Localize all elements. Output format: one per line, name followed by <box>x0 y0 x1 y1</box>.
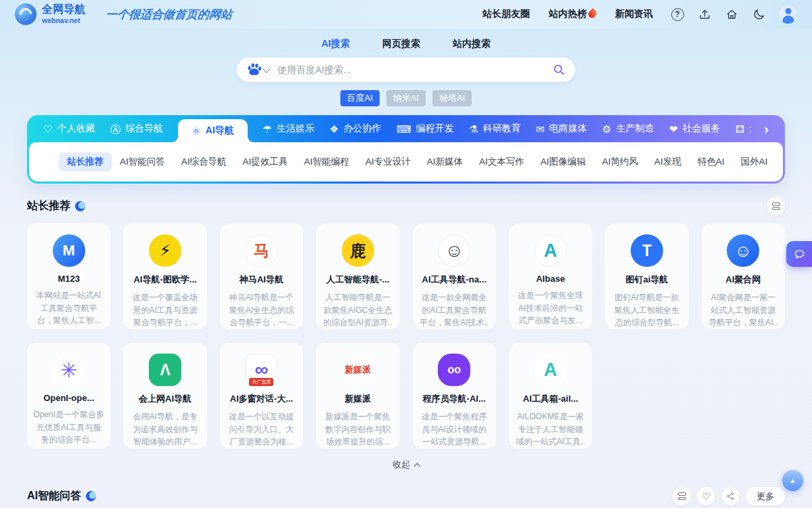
site-card-description: OpenI是一个聚合多元优质AI工具与服务的综合平台... <box>33 408 104 446</box>
search-tab[interactable]: AI搜索 <box>321 38 350 50</box>
subcategory-tab[interactable]: AI新媒体 <box>419 152 471 171</box>
slogan: 一个很适合做首页的网站 <box>105 7 233 22</box>
site-card[interactable]: ✳ OpenI-ope... OpenI是一个聚合多元优质AI工具与服务的综合平… <box>27 343 110 448</box>
site-card[interactable]: 新媒派 新媒派 新媒派是一个聚焦数字内容创作与职场效率提升的综... <box>316 343 399 448</box>
subcategory-tab[interactable]: AI综合导航 <box>173 152 235 171</box>
moon-icon <box>752 8 765 21</box>
section-visibility-icon[interactable] <box>86 491 96 501</box>
category-tab[interactable]: ⚃ : <box>736 115 752 142</box>
subcategory-tab[interactable]: AI智能编程 <box>296 152 357 171</box>
site-card-title: AI多窗对话-大... <box>226 393 297 405</box>
search-tab[interactable]: 站内搜索 <box>453 38 491 50</box>
brand-name: 全网导航 <box>42 4 85 15</box>
engine-tag[interactable]: 秘塔AI <box>432 90 472 106</box>
site-card[interactable]: ∞ 大厂宝库 AI多窗对话-大... 这是一个以互动提问引导为入口、大厂资源整合… <box>220 343 303 448</box>
subcategory-tab[interactable]: 特色AI <box>690 152 733 171</box>
site-card-title: 神马AI导航 <box>226 274 297 286</box>
site-card[interactable]: 马 神马AI导航 神马AI导航是一个聚焦AI全生态的综合导航平台，一... <box>220 224 303 329</box>
search-tabs: AI搜索 网页搜索 站内搜索 <box>0 38 812 50</box>
site-card[interactable]: T 图钉ai导航 图钉AI导航是一款聚焦人工智能全生态的综合型导航... <box>605 224 688 329</box>
collapse-button[interactable]: 收起 <box>27 459 785 471</box>
category-tab-icon: ⚛ <box>191 126 200 136</box>
user-avatar[interactable] <box>779 5 797 24</box>
subcategory-tab[interactable]: AI简约风 <box>594 152 646 171</box>
category-tab[interactable]: ⚙ 生产制造 <box>602 115 654 142</box>
site-logo: 马 <box>245 234 277 267</box>
view-switch-button[interactable] <box>767 197 785 215</box>
site-card[interactable]: ⚡ AI导航-图欧学... 这是一个覆盖全场景的AI工具与资源聚合导航平台，..… <box>123 224 206 329</box>
nav-scroll-right-icon[interactable]: › <box>764 122 769 135</box>
subcategory-tab[interactable]: AI智能问答 <box>112 152 173 171</box>
favorite-button[interactable]: ♡ <box>697 487 715 505</box>
category-tab[interactable]: ☂ 生活娱乐 <box>263 115 314 142</box>
category-tab-icon: ❤ <box>669 124 678 134</box>
home-button[interactable] <box>725 7 738 21</box>
category-tab[interactable]: ✉ 电商媒体 <box>536 115 587 142</box>
site-card-title: 新媒派 <box>322 393 393 405</box>
site-card-title: M123 <box>33 274 104 284</box>
chevron-down-icon[interactable] <box>263 65 270 72</box>
site-card-title: 程序员导航-AI... <box>419 393 490 405</box>
site-card[interactable]: oo 程序员导航-AI... 这是一个聚焦程序员与AI设计领域的一站式资源导航.… <box>413 343 496 448</box>
site-card[interactable]: 鹿 人工智能导航-... 人工智能导航是一款聚焦AIGC全生态的综合型AI资源导… <box>316 224 399 329</box>
subcategory-tab[interactable]: AI提效工具 <box>235 152 296 171</box>
site-card-title: AI聚合网 <box>708 274 779 286</box>
subcategory-tab[interactable]: 国外AI <box>732 152 775 171</box>
category-tab[interactable]: Ⓐ 综合导航 <box>110 115 163 142</box>
category-tab[interactable]: ❖ 办公协作 <box>330 115 381 142</box>
category-tab-icon: ⚙ <box>602 124 611 134</box>
site-card-title: AIbase <box>515 274 586 284</box>
engine-tag[interactable]: 纳米AI <box>386 90 426 106</box>
top-link[interactable]: 站长朋友圈 <box>482 8 530 20</box>
baidu-logo-icon[interactable] <box>246 62 263 78</box>
site-card-description: 这是一个覆盖全场景的AI工具与资源聚合导航平台，... <box>129 291 200 329</box>
subcategory-tab[interactable]: AI专业设计 <box>357 152 419 171</box>
search-section: AI搜索 网页搜索 站内搜索 百度AI 纳米AI 秘塔AI <box>0 28 812 106</box>
site-card[interactable]: A AIbase 这是一个聚焦全球AI技术前沿的一站式产品聚合与发... <box>509 224 592 329</box>
site-card-description: 图钉AI导航是一款聚焦人工智能全生态的综合型导航... <box>611 291 682 329</box>
top-link[interactable]: 站内热榜 <box>549 8 596 20</box>
subcategory-tab[interactable]: AI图像编辑 <box>533 152 594 171</box>
qa-section: AI智能问答 ♡ 更多 <box>27 487 785 508</box>
category-tab[interactable]: ⚛ AI导航 <box>178 119 247 142</box>
search-bar <box>237 58 575 82</box>
category-tab[interactable]: ⌨ 编程开发 <box>397 115 454 142</box>
share-button[interactable] <box>721 487 740 505</box>
site-card-description: 这是一个以互动提问引导为入口、大厂资源整合为核... <box>226 410 297 448</box>
category-tabs: › ♡ 个人收藏 Ⓐ 综合导航 ⚛ AI导航 ☂ 生活娱乐 <box>27 115 785 142</box>
more-button[interactable]: 更多 <box>746 487 785 505</box>
site-card[interactable]: M M123 本网站是一站式AI工具聚合导航平台，聚焦人工智... <box>27 224 110 329</box>
view-switch-button[interactable] <box>673 487 691 505</box>
site-logo: ⚡ <box>149 234 181 267</box>
search-icon[interactable] <box>552 63 566 77</box>
chevron-up-icon <box>414 463 421 469</box>
category-tab[interactable]: ♡ 个人收藏 <box>43 115 95 142</box>
back-to-top-button[interactable]: ▲ <box>782 470 803 491</box>
dark-mode-button[interactable] <box>752 7 765 21</box>
site-card-title: AI导航-图欧学... <box>129 274 200 286</box>
subcategory-tab[interactable]: AI发现 <box>646 152 690 171</box>
top-link[interactable]: 新闻资讯 <box>615 8 653 20</box>
site-logo: 鹿 <box>342 234 374 267</box>
site-card[interactable]: Λ 会上网AI导航 会用AI导航，是专为追求高效创作与智能体验的用户... <box>123 343 206 448</box>
submit-site-button[interactable] <box>698 7 711 21</box>
search-input[interactable] <box>272 64 552 75</box>
category-tab[interactable]: ⚗ 科研教育 <box>469 115 520 142</box>
subcategory-tab[interactable]: AI文本写作 <box>471 152 533 171</box>
site-card-grid: M M123 本网站是一站式AI工具聚合导航平台，聚焦人工智... ⚡ AI导航… <box>27 224 785 448</box>
brand[interactable]: 全网导航 webnav.net <box>15 3 85 25</box>
engine-tag[interactable]: 百度AI <box>340 90 380 106</box>
feedback-chat-button[interactable] <box>786 241 812 267</box>
help-button[interactable]: ? <box>671 7 684 21</box>
section-visibility-icon[interactable] <box>75 201 85 211</box>
site-card[interactable]: ☺ AI聚合网 AI聚合网是一家一站式人工智能资源导航平台，聚焦AI.. <box>702 224 785 329</box>
site-logo: ☺ <box>438 234 470 267</box>
site-card[interactable]: ☺ AI工具导航-na... 这是一款全网最全的AI工具聚合导航平台，聚焦AI技… <box>413 224 496 329</box>
search-tab[interactable]: 网页搜索 <box>382 38 420 50</box>
site-card[interactable]: A AI工具箱-ail... AILOOKME是一家专注于人工智能领域的一站式A… <box>509 343 592 448</box>
site-card-description: 这是一款全网最全的AI工具聚合导航平台，聚焦AI技术.. <box>419 291 490 329</box>
category-tab[interactable]: ❤ 社会服务 <box>669 115 721 142</box>
site-card-title: OpenI-ope... <box>33 393 104 403</box>
subcategory-tab[interactable]: 站长推荐 <box>59 152 112 171</box>
site-logo: T <box>631 234 663 267</box>
